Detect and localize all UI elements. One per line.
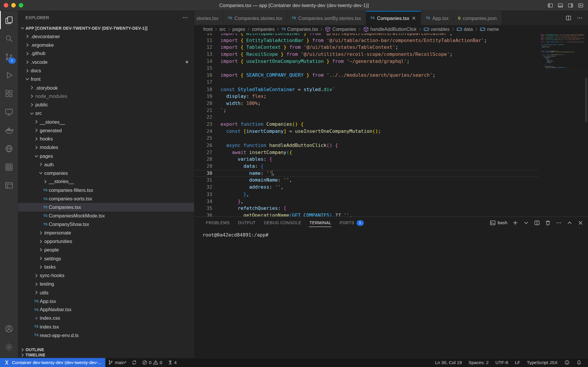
shell-selector[interactable]: bash bbox=[490, 220, 507, 226]
code-line-16[interactable]: 16import { SEARCH_COMPANY_QUERY } from '… bbox=[194, 72, 539, 79]
outline-section[interactable]: OUTLINE bbox=[18, 347, 194, 352]
tree-folder-auth[interactable]: auth bbox=[18, 160, 194, 169]
close-button[interactable] bbox=[4, 3, 8, 7]
code-line-17[interactable]: 17 bbox=[194, 79, 539, 86]
tab-companies-tsx[interactable]: TSCompanies.tsx bbox=[366, 11, 421, 25]
code-line-32[interactable]: 32 address: '', bbox=[194, 184, 539, 191]
panel-more-actions-icon[interactable] bbox=[556, 220, 562, 226]
cursor-position-status[interactable]: Ln 30, Col 19 bbox=[432, 358, 465, 367]
maximize-button[interactable] bbox=[19, 3, 23, 7]
tree-file-app-tsx[interactable]: TSApp.tsx bbox=[18, 297, 194, 305]
tree-folder-sync-hooks[interactable]: sync-hooks bbox=[18, 271, 194, 280]
encoding-status[interactable]: UTF-8 bbox=[492, 358, 511, 367]
tree-file-react-app-env-d-ts[interactable]: TSreact-app-env.d.ts bbox=[18, 331, 194, 340]
toggle-sidebar-left-icon[interactable] bbox=[547, 2, 553, 8]
activity-extensions-button[interactable] bbox=[0, 84, 18, 103]
code-line-31[interactable]: 31 domainName: '', bbox=[194, 177, 539, 184]
tree-folder-storybook[interactable]: .storybook bbox=[18, 83, 194, 92]
code-line-29[interactable]: 29 data: { bbox=[194, 163, 539, 170]
tree-folder-testing[interactable]: testing bbox=[18, 280, 194, 288]
indentation-status[interactable]: Spaces: 2 bbox=[465, 358, 492, 367]
tab-stories-tsx[interactable]: stories.tsx bbox=[194, 11, 223, 25]
code-line-22[interactable]: 22 bbox=[194, 114, 539, 121]
code-line-33[interactable]: 33 }, bbox=[194, 191, 539, 198]
tree-folder-docs[interactable]: docs bbox=[18, 66, 194, 75]
new-terminal-icon[interactable] bbox=[512, 220, 518, 226]
tree-folder-github[interactable]: .github bbox=[18, 49, 194, 58]
sync-status[interactable] bbox=[129, 358, 140, 367]
code-line-26[interactable]: 26 async function handleAddButtonClick()… bbox=[194, 142, 539, 149]
activity-run-debug-button[interactable] bbox=[0, 66, 18, 84]
split-terminal-icon[interactable] bbox=[534, 220, 540, 226]
feedback-status[interactable] bbox=[561, 358, 573, 367]
code-line-13[interactable]: 13import { RecoilScope } from '@/ui/util… bbox=[194, 51, 539, 58]
timeline-section[interactable]: TIMELINE bbox=[18, 352, 194, 358]
tree-file-companyshow-tsx[interactable]: TSCompanyShow.tsx bbox=[18, 220, 194, 229]
terminal-body[interactable]: root@0a42ecd84891:/app# bbox=[194, 229, 588, 358]
terminal-dropdown-icon[interactable] bbox=[523, 220, 529, 226]
activity-search-button[interactable] bbox=[0, 29, 18, 47]
tree-folder-public[interactable]: public bbox=[18, 100, 194, 109]
editor-more-actions-icon[interactable] bbox=[577, 15, 583, 21]
activity-grid-button[interactable] bbox=[0, 158, 18, 176]
notifications-status[interactable] bbox=[573, 358, 585, 367]
tab-companies-sortby-stories-tsx[interactable]: TSCompanies.sortBy.stories.tsx bbox=[287, 11, 366, 25]
tree-folder-stories[interactable]: __stories__ bbox=[18, 177, 194, 186]
code-line-27[interactable]: 27 await insertCompany({ bbox=[194, 149, 539, 156]
activity-source-control-button[interactable]: 1 bbox=[0, 48, 18, 66]
activity-docker-button[interactable] bbox=[0, 121, 18, 139]
kill-terminal-icon[interactable] bbox=[545, 220, 551, 226]
editor-scrollbar[interactable] bbox=[584, 33, 588, 216]
panel-tab-ports[interactable]: PORTS1 bbox=[335, 217, 368, 229]
code-line-24[interactable]: 24 const [insertCompany] = useInsertOneC… bbox=[194, 128, 539, 135]
code-line-10[interactable]: 10import { WithTopBarContainer } from '@… bbox=[194, 33, 539, 37]
tree-file-index-css[interactable]: #index.css bbox=[18, 314, 194, 322]
activity-settings-gear-button[interactable] bbox=[0, 338, 18, 356]
code-line-21[interactable]: 21`; bbox=[194, 107, 539, 114]
tree-folder-opportunities[interactable]: opportunities bbox=[18, 237, 194, 246]
code-line-15[interactable]: 15 bbox=[194, 65, 539, 72]
tree-file-appnavbar-tsx[interactable]: TSAppNavbar.tsx bbox=[18, 305, 194, 314]
tab-companies-stories-tsx[interactable]: TSCompanies.stories.tsx bbox=[223, 11, 287, 25]
remote-indicator[interactable]: Container dev-twenty-dev (dev-twenty-dev… bbox=[0, 358, 106, 367]
breadcrumb-item-companies[interactable]: Companies bbox=[325, 26, 356, 32]
language-status[interactable]: TypeScript JSX bbox=[524, 358, 561, 367]
code-line-25[interactable]: 25 bbox=[194, 135, 539, 142]
explorer-more-actions-icon[interactable] bbox=[182, 14, 188, 20]
breadcrumb-item-src[interactable]: src bbox=[219, 26, 225, 32]
problems-status[interactable]: 0 0 bbox=[140, 358, 165, 367]
panel-tab-terminal[interactable]: TERMINAL bbox=[305, 217, 335, 229]
close-panel-icon[interactable] bbox=[577, 220, 583, 226]
breadcrumb-item-name[interactable]: name bbox=[480, 26, 499, 32]
tree-folder-hooks[interactable]: hooks bbox=[18, 135, 194, 143]
tree-folder-generated[interactable]: generated bbox=[18, 126, 194, 135]
tree-folder-node-modules[interactable]: node_modules bbox=[18, 92, 194, 100]
tree-file-companies-tsx[interactable]: TSCompanies.tsx bbox=[18, 203, 194, 212]
activity-files-button[interactable] bbox=[0, 11, 18, 29]
tree-folder-tasks[interactable]: tasks bbox=[18, 263, 194, 271]
code-line-18[interactable]: 18const StyledTableContainer = styled.di… bbox=[194, 86, 539, 93]
code-line-28[interactable]: 28 variables: { bbox=[194, 156, 539, 163]
code-line-11[interactable]: 11import { EntityTableActionBar } from '… bbox=[194, 37, 539, 44]
code-line-19[interactable]: 19 display: flex; bbox=[194, 93, 539, 100]
ports-status[interactable]: 4 bbox=[165, 358, 179, 367]
breadcrumb-item-data[interactable]: data bbox=[456, 26, 473, 32]
breadcrumb-item-pages[interactable]: pages bbox=[232, 26, 245, 32]
code-line-14[interactable]: 14import { useInsertOneCompanyMutation }… bbox=[194, 58, 539, 65]
breadcrumb-item-handleaddbuttonclick[interactable]: handleAddButtonClick bbox=[363, 26, 416, 32]
customize-layout-icon[interactable] bbox=[578, 2, 584, 8]
tree-folder-utils[interactable]: utils bbox=[18, 288, 194, 297]
tree-folder-stories[interactable]: __stories__ bbox=[18, 118, 194, 126]
split-editor-icon[interactable] bbox=[565, 15, 571, 21]
code-line-20[interactable]: 20 width: 100%; bbox=[194, 100, 539, 107]
breadcrumb-item-front[interactable]: front bbox=[203, 26, 213, 32]
tree-file-companies-sorts-tsx[interactable]: TScompanies-sorts.tsx bbox=[18, 195, 194, 203]
branch-status[interactable]: main* bbox=[106, 358, 129, 367]
explorer-section-header[interactable]: APP [CONTAINER DEV-TWENTY-DEV (DEV-TWENT… bbox=[18, 24, 194, 32]
code-line-36[interactable]: 36 getOperationName(GET_COMPANIES) ?? ''… bbox=[194, 212, 539, 216]
code-viewport[interactable]: 10import { WithTopBarContainer } from '@… bbox=[194, 33, 539, 216]
tree-folder-pages[interactable]: pages bbox=[18, 152, 194, 160]
toggle-panel-icon[interactable] bbox=[558, 2, 563, 8]
maximize-panel-icon[interactable] bbox=[567, 220, 572, 226]
breadcrumb-item-companies[interactable]: companies bbox=[252, 26, 275, 32]
